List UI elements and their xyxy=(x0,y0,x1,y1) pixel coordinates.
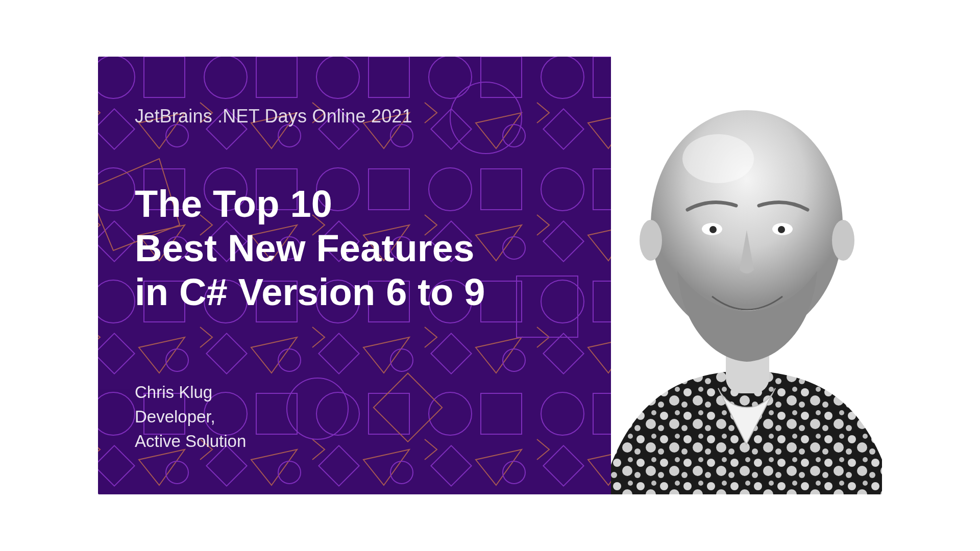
speaker-org: Active Solution xyxy=(135,429,574,454)
svg-point-24 xyxy=(778,226,785,233)
portrait-panel xyxy=(611,57,882,494)
presentation-title-card: JetBrains .NET Days Online 2021 The Top … xyxy=(0,0,980,551)
speaker-portrait xyxy=(611,57,882,494)
speaker-name: Chris Klug xyxy=(135,380,574,405)
svg-point-20 xyxy=(832,220,854,261)
talk-title: The Top 10 Best New Features in C# Versi… xyxy=(135,182,574,315)
portrait-placeholder-icon xyxy=(611,57,882,494)
info-panel: JetBrains .NET Days Online 2021 The Top … xyxy=(98,57,611,494)
speaker-block: Chris Klug Developer, Active Solution xyxy=(135,380,574,454)
speaker-role: Developer, xyxy=(135,405,574,429)
svg-point-23 xyxy=(709,226,717,233)
text-block: JetBrains .NET Days Online 2021 The Top … xyxy=(98,57,611,494)
card-frame: JetBrains .NET Days Online 2021 The Top … xyxy=(98,57,882,494)
event-name: JetBrains .NET Days Online 2021 xyxy=(135,106,574,127)
svg-point-25 xyxy=(682,134,754,183)
svg-point-19 xyxy=(640,220,662,261)
